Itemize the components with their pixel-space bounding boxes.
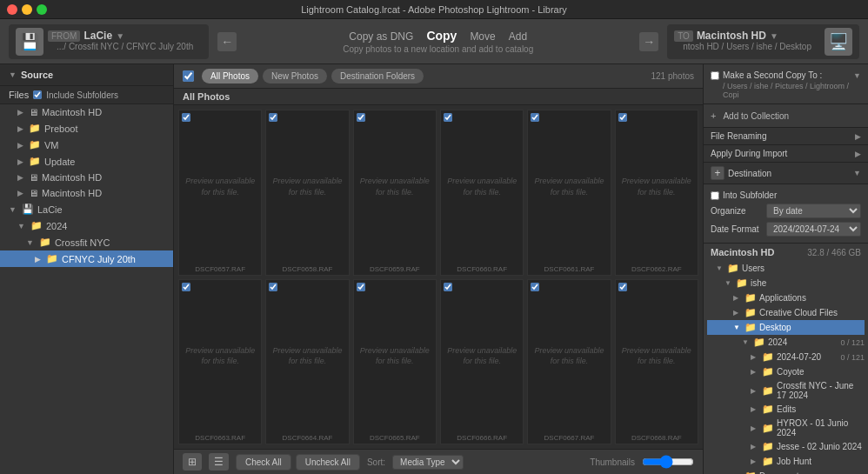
expand-icon: ▶: [17, 157, 23, 166]
photo-cell-7[interactable]: Preview unavailable for this file. DSCF0…: [178, 279, 262, 445]
copy-option[interactable]: Copy: [426, 29, 457, 43]
photo-checkbox-1[interactable]: [182, 113, 190, 122]
sidebar-item-2024[interactable]: ▼ 📁 2024: [0, 217, 173, 234]
photo-checkbox-7[interactable]: [182, 283, 190, 291]
destination-plus-button[interactable]: +: [711, 166, 724, 180]
sidebar-item-macintosh-hd-2[interactable]: ▶ 🖥 Macintosh HD: [0, 170, 173, 185]
photo-name-6: DSCF0662.RAF: [630, 264, 684, 275]
dest-dropdown-icon[interactable]: ▼: [770, 31, 778, 41]
second-copy-checkbox[interactable]: [711, 71, 719, 80]
file-renaming-header[interactable]: File Renaming ▶: [704, 128, 868, 145]
photo-cell-9[interactable]: Preview unavailable for this file. DSCF0…: [353, 279, 437, 445]
source-dropdown-icon[interactable]: ▼: [116, 31, 124, 41]
tab-destination-folders[interactable]: Destination Folders: [331, 69, 424, 83]
photo-cell-6[interactable]: Preview unavailable for this file. DSCF0…: [615, 110, 698, 276]
sort-select[interactable]: Media Type Filename Date: [392, 455, 464, 470]
tree-arrow-job-hunt: ▶: [751, 457, 759, 465]
check-all-button[interactable]: Check All: [236, 454, 291, 471]
photo-checkbox-3[interactable]: [357, 113, 365, 122]
minimize-button[interactable]: [22, 4, 32, 15]
date-format-select[interactable]: 2024/2024-07-24: [766, 222, 861, 237]
add-to-collection-label[interactable]: Add to Collection: [723, 111, 789, 121]
photo-cell-10[interactable]: Preview unavailable for this file. DSCF0…: [440, 279, 524, 445]
tree-item-applications[interactable]: ▶ 📁 Applications: [707, 290, 865, 305]
photo-cell-4[interactable]: Preview unavailable for this file. DSCF0…: [440, 110, 524, 276]
sidebar-item-preboot[interactable]: ▶ 📁 Preboot: [0, 120, 173, 137]
tree-arrow-users: ▼: [716, 264, 724, 272]
sidebar-item-macintosh-hd-1[interactable]: ▶ 🖥 Macintosh HD: [0, 104, 173, 120]
sidebar-item-update[interactable]: ▶ 📁 Update: [0, 153, 173, 170]
prev-source-button[interactable]: ←: [217, 32, 237, 51]
photo-cell-12[interactable]: Preview unavailable for this file. DSCF0…: [615, 279, 698, 445]
list-view-button[interactable]: ☰: [209, 453, 229, 471]
include-subfolders-checkbox[interactable]: [33, 90, 42, 99]
close-button[interactable]: [7, 4, 17, 15]
tree-item-ishe[interactable]: ▼ 📁 ishe: [707, 276, 865, 290]
add-option[interactable]: Add: [509, 30, 527, 43]
photo-checkbox-2[interactable]: [269, 113, 277, 122]
tree-item-2024-07-20[interactable]: ▶ 📁 2024-07-20 0 / 121: [707, 350, 865, 364]
photo-cell-5[interactable]: Preview unavailable for this file. DSCF0…: [527, 110, 611, 276]
tree-arrow-jesse: ▶: [751, 443, 759, 451]
photo-checkbox-12[interactable]: [618, 283, 627, 291]
photo-cell-2[interactable]: Preview unavailable for this file. DSCF0…: [265, 110, 349, 276]
tree-item-jesse[interactable]: ▶ 📁 Jesse - 02 Junio 2024: [707, 439, 865, 454]
tree-item-job-hunt[interactable]: ▶ 📁 Job Hunt: [707, 454, 865, 469]
move-option[interactable]: Move: [470, 30, 495, 43]
tree-item-desktop[interactable]: ▼ 📁 Desktop: [707, 320, 865, 335]
into-subfolder-checkbox[interactable]: [711, 191, 719, 200]
folder-icon-job-hunt: 📁: [762, 456, 774, 467]
tab-all-photos[interactable]: All Photos: [202, 69, 258, 83]
add-to-collection-row: + Add to Collection: [711, 109, 861, 123]
tree-item-edits[interactable]: ▶ 📁 Edits: [707, 402, 865, 417]
folder-icon-desktop: 📁: [744, 322, 757, 333]
photo-checkbox-11[interactable]: [531, 283, 539, 291]
apply-during-import-header[interactable]: Apply During Import ▶: [704, 145, 868, 163]
photo-checkbox-5[interactable]: [531, 113, 539, 122]
tree-item-documents[interactable]: ▶ 📁 Documents: [707, 469, 865, 474]
dest-drive-icon: 🖥️: [825, 28, 852, 56]
select-all-photos-checkbox[interactable]: [183, 70, 194, 82]
tree-item-2024[interactable]: ▼ 📁 2024 0 / 121: [707, 335, 865, 350]
photo-checkbox-10[interactable]: [444, 283, 452, 291]
next-dest-button[interactable]: →: [639, 32, 658, 51]
organize-select[interactable]: By date Into one folder: [766, 204, 861, 218]
tree-item-creative-cloud[interactable]: ▶ 📁 Creative Cloud Files: [707, 305, 865, 320]
destination-header[interactable]: + Destination ▼: [704, 163, 868, 184]
photo-checkbox-9[interactable]: [357, 283, 365, 291]
sidebar-item-cfnyc-july[interactable]: ▶ 📁 CFNYC July 20th: [0, 250, 173, 267]
sidebar-item-vm[interactable]: ▶ 📁 VM: [0, 137, 173, 153]
photo-checkbox-6[interactable]: [618, 113, 627, 122]
copy-options: Copy as DNG Copy Move Add Copy photos to…: [245, 29, 631, 54]
photo-checkbox-8[interactable]: [269, 283, 277, 291]
copy-as-dng-option[interactable]: Copy as DNG: [349, 30, 413, 43]
photo-cell-1[interactable]: Preview unavailable for this file. DSCF0…: [178, 110, 262, 276]
tree-item-hyrox[interactable]: ▶ 📁 HYROX - 01 Junio 2024: [707, 417, 865, 439]
tab-new-photos[interactable]: New Photos: [263, 69, 327, 83]
thumbnails-slider[interactable]: [642, 455, 694, 469]
photo-preview-8: Preview unavailable for this file.: [266, 280, 348, 433]
collapse-source-icon[interactable]: ▼: [9, 70, 17, 79]
maximize-button[interactable]: [37, 4, 47, 15]
tree-item-coyote[interactable]: ▶ 📁 Coyote: [707, 364, 865, 379]
photo-cell-3[interactable]: Preview unavailable for this file. DSCF0…: [353, 110, 437, 276]
tree-item-users[interactable]: ▼ 📁 Users: [707, 261, 865, 276]
date-format-row: Date Format 2024/2024-07-24: [711, 220, 861, 238]
folder-icon-ishe: 📁: [736, 277, 748, 289]
source-path: .../ Crossfit NYC / CFNYC July 20th: [48, 42, 202, 53]
sidebar-item-macintosh-hd-3[interactable]: ▶ 🖥 Macintosh HD: [0, 185, 173, 201]
grid-view-button[interactable]: ⊞: [183, 453, 202, 471]
sidebar-item-lacie[interactable]: ▼ 💾 LaCie: [0, 201, 173, 217]
second-copy-dropdown-icon[interactable]: ▼: [853, 71, 861, 80]
tree-item-crossfit-nyc-june[interactable]: ▶ 📁 Crossfit NYC - June 17 2024: [707, 379, 865, 402]
uncheck-all-button[interactable]: Uncheck All: [296, 454, 360, 471]
second-copy-label: Make a Second Copy To :: [723, 70, 822, 80]
photo-cell-8[interactable]: Preview unavailable for this file. DSCF0…: [265, 279, 349, 445]
tree-arrow-coyote: ▶: [751, 368, 759, 376]
photo-cell-11[interactable]: Preview unavailable for this file. DSCF0…: [527, 279, 611, 445]
photo-preview-2: Preview unavailable for this file.: [266, 110, 348, 264]
sidebar-item-crossfit-nyc[interactable]: ▼ 📁 Crossfit NYC: [0, 234, 173, 250]
tree-label-creative-cloud: Creative Cloud Files: [759, 308, 838, 317]
check-uncheck-group: Check All Uncheck All: [236, 454, 360, 471]
photo-checkbox-4[interactable]: [444, 113, 452, 122]
